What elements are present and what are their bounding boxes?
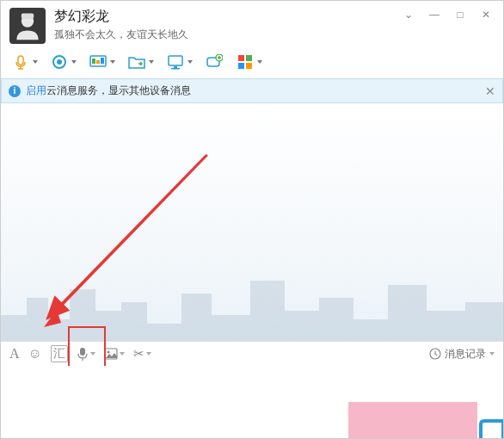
svg-rect-1 [22,14,34,19]
font-button[interactable]: A [9,346,20,362]
minimize-button[interactable]: — [424,6,445,23]
contact-signature: 孤独不会太久，友谊天长地久 [54,28,495,42]
chevron-down-icon [146,352,151,356]
emoji-button[interactable]: ☺ [28,346,42,362]
video-call-button[interactable] [50,53,77,71]
chevron-down-icon [71,60,77,64]
chevron-down-icon [489,352,495,356]
info-icon: i [9,85,21,97]
svg-rect-14 [238,55,244,61]
chevron-down-icon [120,352,125,356]
chevron-down-icon [110,60,115,64]
chevron-down-icon [149,60,154,64]
app-launcher-button[interactable] [236,53,262,71]
titlebar: 梦幻彩龙 孤独不会太久，友谊天长地久 ⌄ — □ ✕ [1,1,503,49]
svg-point-22 [107,351,109,354]
chevron-down-icon [90,352,95,356]
chevron-down-icon [257,60,262,64]
voice-call-button[interactable] [11,53,38,71]
chevron-down-icon [33,60,38,64]
svg-rect-9 [169,56,182,65]
enable-link[interactable]: 启用 [26,84,46,96]
svg-rect-20 [80,348,85,356]
remote-control-button[interactable] [166,53,193,71]
window-menu-dropdown[interactable]: ⌄ [398,6,419,23]
message-history-button[interactable]: 消息记录 [429,347,495,362]
create-group-button[interactable] [205,53,224,71]
notification-text: 云消息服务，显示其他设备消息 [46,84,191,96]
svg-rect-16 [238,63,244,69]
svg-rect-10 [174,66,177,68]
corner-decoration [479,419,503,438]
skyline-decoration [1,263,503,341]
close-button[interactable]: ✕ [476,6,496,23]
screen-share-button[interactable] [89,53,115,71]
svg-point-4 [57,59,62,65]
notification-close-button[interactable]: ✕ [485,84,495,98]
message-input-area[interactable] [1,366,503,438]
cloud-message-notification: i 启用云消息服务，显示其他设备消息 ✕ [1,78,503,103]
voice-input-button[interactable] [77,347,95,361]
svg-rect-8 [101,58,104,64]
clock-icon [429,348,441,360]
svg-rect-17 [246,63,252,69]
chevron-down-icon [187,60,193,64]
input-toolbar: A ☺ 汇 ✂ 消息记录 [1,341,503,366]
send-file-button[interactable] [127,53,154,71]
maximize-button[interactable]: □ [450,6,470,23]
vip-button[interactable]: 汇 [51,345,68,362]
image-button[interactable] [104,348,125,360]
svg-rect-2 [18,56,23,65]
contact-avatar[interactable] [9,8,46,44]
svg-rect-11 [171,68,180,70]
svg-rect-15 [246,55,252,61]
overlay-block [348,402,477,438]
chat-message-area [1,103,503,341]
svg-rect-7 [96,60,100,64]
svg-rect-6 [92,59,95,64]
main-toolbar [1,49,503,78]
screenshot-button[interactable]: ✂ [133,346,151,362]
